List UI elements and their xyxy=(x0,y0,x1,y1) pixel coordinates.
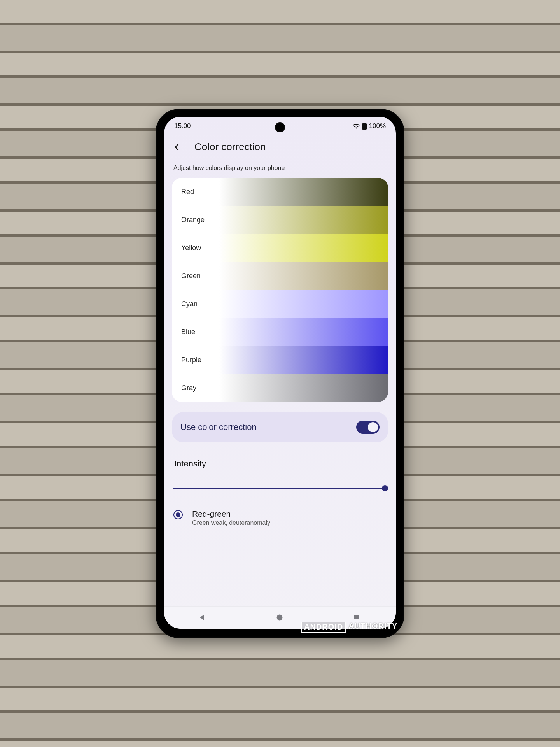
watermark-suffix: AUTHORITY xyxy=(348,622,397,633)
color-gradient xyxy=(172,346,388,374)
phone-frame: 15:00 100% Color correction Adjust how c… xyxy=(156,109,404,638)
content-area: Adjust how colors display on your phone … xyxy=(164,163,396,606)
color-row: Red xyxy=(172,178,388,206)
slider-thumb-icon xyxy=(382,485,388,491)
status-time: 15:00 xyxy=(174,122,191,130)
color-row: Orange xyxy=(172,206,388,234)
page-title: Color correction xyxy=(194,141,266,153)
nav-recents-button[interactable] xyxy=(353,614,362,622)
color-row: Blue xyxy=(172,318,388,346)
radio-selected-icon xyxy=(173,510,183,519)
watermark: ANDROID AUTHORITY xyxy=(301,622,397,633)
camera-hole-icon xyxy=(275,122,285,132)
phone-screen: 15:00 100% Color correction Adjust how c… xyxy=(164,117,396,629)
correction-option-row[interactable]: Red-green Green weak, deuteranomaly xyxy=(172,509,388,526)
color-gradient xyxy=(172,290,388,318)
color-gradient xyxy=(172,178,388,206)
slider-track-icon xyxy=(173,488,387,489)
color-label: Yellow xyxy=(172,244,201,252)
intensity-slider[interactable] xyxy=(172,484,388,492)
option-subtitle: Green weak, deuteranomaly xyxy=(192,519,270,526)
nav-home-button[interactable] xyxy=(276,614,284,622)
circle-icon xyxy=(276,614,284,621)
triangle-left-icon xyxy=(198,614,206,621)
watermark-brand: ANDROID xyxy=(301,622,346,633)
color-gradient xyxy=(172,234,388,262)
color-gradient xyxy=(172,374,388,402)
status-right: 100% xyxy=(353,122,386,130)
app-header: Color correction xyxy=(164,132,396,163)
color-row: Gray xyxy=(172,374,388,402)
color-gradient xyxy=(172,318,388,346)
color-gradient xyxy=(172,262,388,290)
color-row: Cyan xyxy=(172,290,388,318)
back-button[interactable] xyxy=(173,142,184,153)
arrow-left-icon xyxy=(173,142,183,152)
color-label: Gray xyxy=(172,384,196,392)
color-row: Green xyxy=(172,262,388,290)
square-icon xyxy=(353,614,360,621)
color-label: Purple xyxy=(172,356,201,364)
page-subtitle: Adjust how colors display on your phone xyxy=(172,163,388,178)
use-color-correction-row[interactable]: Use color correction xyxy=(172,412,388,442)
battery-icon xyxy=(362,123,367,130)
nav-back-button[interactable] xyxy=(198,614,207,622)
color-label: Red xyxy=(172,188,194,196)
wifi-icon xyxy=(353,123,360,129)
color-preview-card: RedOrangeYellowGreenCyanBluePurpleGray xyxy=(172,178,388,402)
option-title: Red-green xyxy=(192,509,270,519)
color-label: Orange xyxy=(172,216,205,224)
color-label: Green xyxy=(172,272,201,280)
use-color-correction-switch[interactable] xyxy=(356,421,380,434)
intensity-label: Intensity xyxy=(172,459,388,469)
svg-rect-1 xyxy=(354,615,359,619)
color-label: Blue xyxy=(172,328,195,336)
option-labels: Red-green Green weak, deuteranomaly xyxy=(192,509,270,526)
color-row: Purple xyxy=(172,346,388,374)
svg-point-0 xyxy=(276,614,282,620)
color-row: Yellow xyxy=(172,234,388,262)
battery-percent: 100% xyxy=(369,122,386,130)
toggle-label: Use color correction xyxy=(180,422,257,432)
switch-knob-icon xyxy=(368,422,378,432)
color-label: Cyan xyxy=(172,300,198,308)
